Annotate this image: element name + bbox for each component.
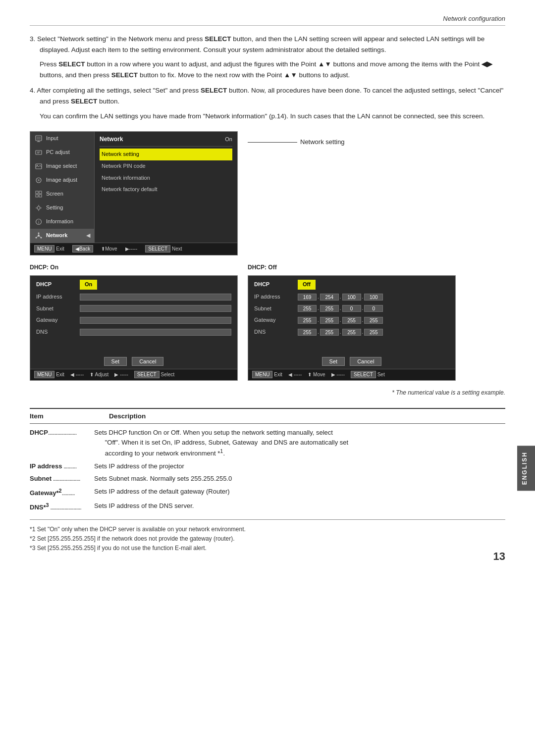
- header-title: Network configuration: [443, 15, 505, 22]
- menu-screenshot: Input PC adjust Image sele: [30, 131, 238, 255]
- dhcp-off-ip-seg2[interactable]: 254: [320, 294, 339, 301]
- menu-item-label-1: Network PIN code: [102, 163, 146, 169]
- svg-point-23: [38, 233, 40, 234]
- dhcp-off-bottom: MENU Exit ◀ ----- ⬆ Move ▶ ----- SELECT …: [248, 369, 455, 380]
- dhcp-on-bottom: MENU Exit ◀ ----- ⬆ Adjust ▶ ----- SELEC…: [30, 369, 237, 380]
- sidebar-item-input[interactable]: Input: [30, 132, 94, 146]
- sidebar-item-imageadjust[interactable]: Image adjust: [30, 173, 94, 187]
- dhcp-on-fields: DHCP On IP address Subnet: [30, 276, 237, 353]
- desc-row-gateway: Gateway*2.......... Sets IP address of t…: [30, 487, 505, 498]
- dhcp-on-subnet-label: Subnet: [36, 304, 76, 313]
- setting-icon: [34, 203, 43, 212]
- dhcp-on-row: DHCP On: [36, 280, 231, 290]
- sidebar-item-setting[interactable]: Setting: [30, 201, 94, 215]
- sidebar-label-pcadjust: PC adjust: [46, 148, 70, 157]
- menu-item-label-3: Network factory default: [102, 186, 158, 192]
- menu-item-network-setting[interactable]: Network setting: [100, 149, 232, 160]
- dhcp-off-field-value: Off: [298, 280, 316, 290]
- screen-icon: [34, 190, 43, 199]
- desc-dhcp-text: Sets DHCP function On or Off. When you s…: [94, 428, 505, 458]
- menu-item-network-factory[interactable]: Network factory default: [100, 184, 232, 196]
- dhcp-off-buttons: Set Cancel: [248, 353, 455, 369]
- menu-select-btn[interactable]: SELECT: [145, 245, 170, 252]
- dhcp-on-cancel-btn[interactable]: Cancel: [132, 357, 163, 366]
- dhcp-on-ip-label: IP address: [36, 293, 76, 302]
- dhcp-on-ip-row: IP address: [36, 293, 231, 302]
- menu-back-btn[interactable]: ◀Back: [72, 245, 93, 252]
- menu-title: Network: [100, 135, 123, 144]
- dhcp-off-set-btn[interactable]: Set: [322, 357, 345, 366]
- dhcp-on-menu-btn[interactable]: MENU: [34, 371, 54, 378]
- desc-col2-header: Description: [109, 411, 146, 422]
- dhcp-off-subnet-seg2[interactable]: 255: [320, 305, 339, 312]
- network-setting-label: Network setting: [300, 137, 345, 148]
- dhcp-off-menu-btn[interactable]: MENU: [252, 371, 272, 378]
- step-3: 3. Select "Network setting" in the Netwo…: [30, 34, 505, 55]
- dhcp-on-dns-row: DNS: [36, 328, 231, 337]
- content-body: 3. Select "Network setting" in the Netwo…: [30, 34, 505, 553]
- step3-para2: Press SELECT button in a row where you w…: [40, 59, 505, 80]
- dhcp-panels: DHCP: On DHCP On IP address: [30, 263, 505, 381]
- right-tab: ENGLISH: [517, 446, 535, 491]
- dhcp-off-ip-seg1[interactable]: 169: [298, 294, 317, 301]
- svg-rect-14: [39, 195, 42, 197]
- sidebar-item-information[interactable]: i Information: [30, 215, 94, 229]
- dhcp-on-gateway-input[interactable]: [80, 317, 231, 324]
- dhcp-off-dns-seg4[interactable]: 255: [364, 329, 383, 336]
- sidebar-label-information: Information: [46, 217, 73, 226]
- dhcp-off-subnet-seg1[interactable]: 255: [298, 305, 317, 312]
- desc-dns-label: DNS*3 ........................: [30, 501, 94, 512]
- menu-exit-btn[interactable]: MENU: [34, 245, 54, 252]
- network-setting-annotation: Network setting: [248, 137, 345, 148]
- desc-dhcp-label: DHCP......................: [30, 428, 94, 458]
- dhcp-off-dns-seg1[interactable]: 255: [298, 329, 317, 336]
- dhcp-off-dns-label: DNS: [254, 328, 294, 337]
- dhcp-off-gateway-seg4[interactable]: 255: [364, 317, 383, 324]
- menu-main: Network On Network setting Network PIN c…: [95, 132, 237, 243]
- step3-number: 3. Select "Network setting" in the Netwo…: [30, 35, 484, 53]
- dhcp-on-set-btn[interactable]: Set: [104, 357, 127, 366]
- svg-rect-13: [36, 195, 38, 197]
- dhcp-off-select-btn[interactable]: SELECT: [351, 371, 376, 378]
- desc-row-ip: IP address .......... Sets IP address of…: [30, 461, 505, 471]
- dhcp-off-dns-seg2[interactable]: 255: [320, 329, 339, 336]
- dhcp-on-select-btn[interactable]: SELECT: [134, 371, 160, 378]
- sidebar-item-network[interactable]: Network ◀: [30, 229, 94, 243]
- input-icon: [34, 134, 43, 143]
- dhcp-off-gateway-row: Gateway 255 . 255 . 255 . 255: [254, 316, 449, 325]
- sidebar-label-imageselect: Image select: [46, 162, 77, 171]
- dhcp-off-subnet-seg3[interactable]: 0: [342, 305, 361, 312]
- page-number: 13: [493, 550, 505, 563]
- footnote-3: *3 Set [255.255.255.255] if you do not u…: [30, 544, 505, 553]
- dhcp-off-gateway-group: 255 . 255 . 255 . 255: [298, 316, 383, 324]
- dhcp-off-gateway-seg1[interactable]: 255: [298, 317, 317, 324]
- menu-title-value: On: [225, 135, 232, 144]
- dhcp-off-ip-seg4[interactable]: 100: [364, 294, 383, 301]
- step4-para2: You can confirm the LAN settings you hav…: [40, 111, 505, 122]
- svg-rect-11: [36, 191, 38, 194]
- desc-row-dns: DNS*3 ........................ Sets IP a…: [30, 501, 505, 512]
- dhcp-off-subnet-seg4[interactable]: 0: [364, 305, 383, 312]
- dhcp-off-cancel-btn[interactable]: Cancel: [350, 357, 381, 366]
- screenshots-area: Input PC adjust Image sele: [30, 131, 505, 255]
- dhcp-off-ip-seg3[interactable]: 100: [342, 294, 361, 301]
- dhcp-off-dns-seg3[interactable]: 255: [342, 329, 361, 336]
- dhcp-on-ip-input[interactable]: [80, 294, 231, 301]
- dhcp-on-dns-input[interactable]: [80, 329, 231, 336]
- dhcp-off-subnet-label: Subnet: [254, 304, 294, 313]
- menu-item-network-info[interactable]: Network information: [100, 172, 232, 184]
- footnotes: *1 Set "On" only when the DHCP server is…: [30, 519, 505, 554]
- dhcp-on-subnet-input[interactable]: [80, 305, 231, 312]
- dhcp-off-gateway-seg3[interactable]: 255: [342, 317, 361, 324]
- sidebar-item-imageselect[interactable]: Image select: [30, 159, 94, 173]
- dhcp-on-field-value: On: [80, 280, 97, 290]
- desc-gateway-text: Sets IP address of the default gateway (…: [94, 487, 505, 498]
- dhcp-off-gateway-seg2[interactable]: 255: [320, 317, 339, 324]
- dhcp-off-subnet-group: 255 . 255 . 0 . 0: [298, 304, 383, 312]
- svg-line-28: [40, 236, 41, 237]
- sidebar-item-pcadjust[interactable]: PC adjust: [30, 146, 94, 159]
- sidebar-item-screen[interactable]: Screen: [30, 187, 94, 201]
- menu-item-network-pin[interactable]: Network PIN code: [100, 160, 232, 172]
- dhcp-off-field-label: DHCP: [254, 280, 294, 289]
- dhcp-on-label: DHCP: On: [30, 263, 238, 272]
